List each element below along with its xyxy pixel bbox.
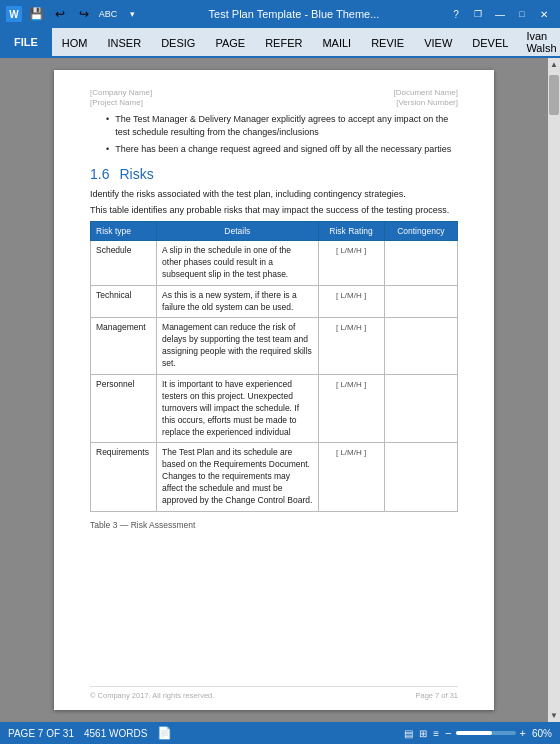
- risk-rating-cell: [ L/M/H ]: [318, 318, 384, 375]
- company-name: [Company Name]: [90, 88, 152, 97]
- window-controls[interactable]: ? ❐ — □ ✕: [446, 3, 554, 25]
- document-page: [Company Name] [Project Name] [Document …: [54, 70, 494, 710]
- zoom-percentage: 60%: [532, 728, 552, 739]
- table-row: ScheduleA slip in the schedule in one of…: [91, 240, 458, 285]
- section-description: Identify the risks associated with the t…: [90, 188, 458, 201]
- table-row: ManagementManagement can reduce the risk…: [91, 318, 458, 375]
- risk-type-cell: Personnel: [91, 374, 157, 442]
- file-tab[interactable]: FILE: [0, 28, 52, 56]
- tab-references[interactable]: REFER: [255, 28, 312, 56]
- zoom-in-icon[interactable]: +: [520, 727, 526, 739]
- col-header-rating: Risk Rating: [318, 221, 384, 240]
- risk-rating-cell: [ L/M/H ]: [318, 240, 384, 285]
- bullet-text-1: The Test Manager & Delivery Manager expl…: [115, 113, 458, 138]
- risk-details-cell: The Test Plan and its schedule are based…: [157, 443, 318, 511]
- save-icon[interactable]: 💾: [26, 3, 46, 25]
- project-name: [Project Name]: [90, 98, 152, 107]
- minimize-btn[interactable]: —: [490, 3, 510, 25]
- page-indicator: PAGE 7 OF 31: [8, 728, 74, 739]
- tab-insert[interactable]: INSER: [98, 28, 152, 56]
- undo-icon[interactable]: ↩: [50, 3, 70, 25]
- view-web-icon[interactable]: ⊞: [419, 728, 427, 739]
- risk-contingency-cell: [384, 318, 457, 375]
- view-print-icon[interactable]: ▤: [404, 728, 413, 739]
- document-name: [Document Name]: [394, 88, 458, 97]
- risk-type-cell: Management: [91, 318, 157, 375]
- window-title: Test Plan Template - Blue Theme...: [142, 8, 446, 20]
- col-header-contingency: Contingency: [384, 221, 457, 240]
- section-number: 1.6: [90, 166, 109, 182]
- table-caption: Table 3 — Risk Assessment: [90, 520, 458, 530]
- word-count-value: 4561 WORDS: [84, 728, 147, 739]
- list-item: • The Test Manager & Delivery Manager ex…: [106, 113, 458, 138]
- document-wrapper: [Company Name] [Project Name] [Document …: [0, 58, 548, 722]
- version-number: [Version Number]: [394, 98, 458, 107]
- risk-rating-cell: [ L/M/H ]: [318, 443, 384, 511]
- risk-contingency-cell: [384, 285, 457, 318]
- section-heading: 1.6 Risks: [90, 166, 458, 182]
- ribbon-tabs-row: FILE HOM INSER DESIG PAGE REFER MAILI RE…: [0, 28, 560, 58]
- zoom-slider[interactable]: [456, 731, 516, 735]
- page-status: PAGE 7 OF 31: [8, 728, 74, 739]
- zoom-out-icon[interactable]: −: [445, 727, 451, 739]
- risk-type-cell: Requirements: [91, 443, 157, 511]
- doc-icon[interactable]: 📄: [157, 726, 172, 740]
- risk-rating-cell: [ L/M/H ]: [318, 285, 384, 318]
- section-title: Risks: [119, 166, 153, 182]
- tab-view[interactable]: VIEW: [414, 28, 462, 56]
- tab-mailings[interactable]: MAILI: [312, 28, 361, 56]
- user-info: Ivan Walsh ▾ K: [518, 30, 560, 54]
- scroll-thumb[interactable]: [549, 75, 559, 115]
- risk-rating-cell: [ L/M/H ]: [318, 374, 384, 442]
- risk-details-cell: A slip in the schedule in one of the oth…: [157, 240, 318, 285]
- bullet-dot: •: [106, 113, 109, 138]
- main-area: [Company Name] [Project Name] [Document …: [0, 58, 560, 722]
- table-row: TechnicalAs this is a new system, if the…: [91, 285, 458, 318]
- close-btn[interactable]: ✕: [534, 3, 554, 25]
- scroll-up-arrow[interactable]: ▲: [550, 58, 558, 71]
- bullet-text-2: There has been a change request agreed a…: [115, 143, 451, 156]
- risk-type-cell: Schedule: [91, 240, 157, 285]
- app-icon: W: [6, 6, 22, 22]
- view-read-icon[interactable]: ≡: [433, 728, 439, 739]
- footer-page: Page 7 of 31: [415, 691, 458, 700]
- col-header-type: Risk type: [91, 221, 157, 240]
- redo-icon[interactable]: ↪: [74, 3, 94, 25]
- restore-btn[interactable]: ❐: [468, 3, 488, 25]
- tab-review[interactable]: REVIE: [361, 28, 414, 56]
- tab-developer[interactable]: DEVEL: [462, 28, 518, 56]
- list-item: • There has been a change request agreed…: [106, 143, 458, 156]
- tab-design[interactable]: DESIG: [151, 28, 205, 56]
- risk-details-cell: As this is a new system, if there is a f…: [157, 285, 318, 318]
- risk-contingency-cell: [384, 240, 457, 285]
- risk-contingency-cell: [384, 374, 457, 442]
- table-row: PersonnelIt is important to have experie…: [91, 374, 458, 442]
- zoom-bar: − +: [445, 727, 526, 739]
- abc-icon[interactable]: ABC: [98, 3, 118, 25]
- bullet-list: • The Test Manager & Delivery Manager ex…: [106, 113, 458, 156]
- doc-footer: © Company 2017. All rights reserved. Pag…: [90, 686, 458, 700]
- help-btn[interactable]: ?: [446, 3, 466, 25]
- footer-copyright: © Company 2017. All rights reserved.: [90, 691, 214, 700]
- scroll-down-arrow[interactable]: ▼: [550, 709, 558, 722]
- tab-home[interactable]: HOM: [52, 28, 98, 56]
- status-bar: PAGE 7 OF 31 4561 WORDS 📄 ▤ ⊞ ≡ − + 60%: [0, 722, 560, 744]
- risk-type-cell: Technical: [91, 285, 157, 318]
- maximize-btn[interactable]: □: [512, 3, 532, 25]
- risk-details-cell: Management can reduce the risk of delays…: [157, 318, 318, 375]
- risk-table: Risk type Details Risk Rating Contingenc…: [90, 221, 458, 512]
- table-row: RequirementsThe Test Plan and its schedu…: [91, 443, 458, 511]
- title-bar-left: W 💾 ↩ ↪ ABC ▾: [6, 3, 142, 25]
- col-header-details: Details: [157, 221, 318, 240]
- doc-header-meta: [Company Name] [Project Name] [Document …: [90, 88, 458, 107]
- scrollbar-right[interactable]: ▲ ▼: [548, 58, 560, 722]
- risk-contingency-cell: [384, 443, 457, 511]
- user-name: Ivan Walsh: [526, 30, 560, 54]
- tab-page[interactable]: PAGE: [205, 28, 255, 56]
- more-icon[interactable]: ▾: [122, 3, 142, 25]
- status-right: ▤ ⊞ ≡ − + 60%: [404, 727, 552, 739]
- table-intro: This table identifies any probable risks…: [90, 204, 458, 217]
- risk-details-cell: It is important to have experienced test…: [157, 374, 318, 442]
- word-count: 4561 WORDS: [84, 728, 147, 739]
- title-bar: W 💾 ↩ ↪ ABC ▾ Test Plan Template - Blue …: [0, 0, 560, 28]
